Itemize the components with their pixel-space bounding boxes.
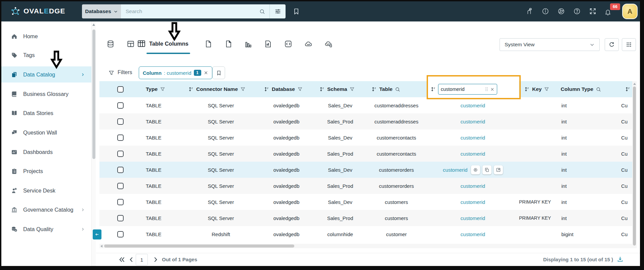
column-link[interactable]: customerid <box>443 162 467 178</box>
current-page-indicator[interactable]: 1 <box>136 254 148 265</box>
header-table[interactable]: Table <box>366 81 427 97</box>
drag-handle-icon[interactable] <box>485 87 488 92</box>
column-link[interactable]: customerid <box>461 210 485 226</box>
user-avatar[interactable]: A <box>622 4 638 19</box>
tab-charts-icon[interactable] <box>244 40 253 48</box>
column-settings-button[interactable] <box>622 38 636 51</box>
sort-icon[interactable] <box>524 86 530 92</box>
copy-button[interactable] <box>482 165 491 174</box>
info-icon[interactable] <box>542 7 549 15</box>
tab-reports-icon[interactable] <box>264 40 272 48</box>
table-row[interactable]: TABLE Redshift ovaledgedb columnhide cus… <box>99 226 632 242</box>
sort-icon[interactable] <box>263 86 269 92</box>
tab-apis-icon[interactable] <box>304 40 313 48</box>
sidebar-scrollbar-thumb[interactable] <box>92 30 95 159</box>
refresh-button[interactable] <box>605 38 619 51</box>
sidebar-item-data-stories[interactable]: Data Stories <box>1 105 92 121</box>
funnel-icon[interactable] <box>240 87 246 92</box>
sidebar-item-data-catalog[interactable]: Data Catalog <box>1 66 92 83</box>
header-connector-name[interactable]: Connector Name <box>183 81 259 97</box>
tab-queries-icon[interactable] <box>284 40 293 48</box>
first-page-button[interactable] <box>118 256 126 263</box>
view-selector-dropdown[interactable]: System View <box>500 38 600 51</box>
sidebar-item-home[interactable]: Home <box>1 28 92 44</box>
search-icon[interactable] <box>259 8 265 15</box>
previous-page-button[interactable] <box>128 256 135 263</box>
table-vertical-scrollbar[interactable] <box>632 81 637 248</box>
tab-table-columns[interactable]: Table Columns <box>137 39 188 48</box>
sidebar-item-projects[interactable]: Projects <box>1 163 92 179</box>
funnel-icon[interactable] <box>544 87 549 92</box>
row-checkbox[interactable] <box>117 118 124 125</box>
next-page-button[interactable] <box>152 256 159 263</box>
sidebar-item-governance-catalog[interactable]: Governance Catalog <box>1 202 92 218</box>
table-row[interactable]: TABLE SQL Server ovaledgedb Sales_Dev cu… <box>99 162 632 178</box>
save-filter-button[interactable] <box>212 66 225 79</box>
sidebar-item-business-glossary[interactable]: Business Glossary <box>1 86 92 102</box>
sidebar-item-data-quality[interactable]: Data Quality <box>1 221 92 237</box>
sidebar-item-dashboards[interactable]: Dashboards <box>1 144 92 160</box>
fullscreen-expand-icon[interactable] <box>589 7 597 15</box>
sidebar-item-service-desk[interactable]: Service Desk <box>1 182 92 199</box>
sidebar-collapse-button[interactable] <box>93 229 101 239</box>
scroll-up-arrow[interactable] <box>92 23 95 26</box>
scroll-left-arrow[interactable] <box>100 245 102 248</box>
sort-icon[interactable] <box>319 86 325 92</box>
column-link[interactable]: customerid <box>461 226 485 242</box>
row-checkbox[interactable] <box>117 183 124 189</box>
search-scope-dropdown[interactable]: Databases <box>82 4 121 18</box>
table-row[interactable]: TABLE SQL Server ovaledgedb Sales_Prod c… <box>99 146 632 162</box>
header-column-type[interactable]: Column Type <box>556 81 620 97</box>
vertical-scrollbar-thumb[interactable] <box>633 87 636 246</box>
column-link[interactable]: customerid <box>461 129 485 146</box>
search-input[interactable] <box>121 8 259 14</box>
row-checkbox[interactable] <box>117 151 124 157</box>
remove-filter-icon[interactable] <box>204 70 208 75</box>
row-checkbox[interactable] <box>117 215 124 221</box>
table-row[interactable]: TABLE SQL Server ovaledgedb Sales_Prod c… <box>99 113 632 129</box>
column-link[interactable]: customerid <box>461 194 485 210</box>
header-type[interactable]: Type <box>141 81 183 97</box>
funnel-icon[interactable] <box>349 87 355 92</box>
column-link[interactable]: customerid <box>461 146 485 162</box>
notification-count-badge[interactable]: 66 <box>610 3 620 10</box>
tab-databases-icon[interactable] <box>106 40 115 48</box>
browser-extension-icon[interactable] <box>557 7 565 15</box>
open-button[interactable] <box>494 165 503 174</box>
search-icon[interactable] <box>395 87 400 92</box>
table-row[interactable]: TABLE SQL Server ovaledgedb Sales_Prod c… <box>99 210 632 226</box>
header-schema[interactable]: Schema <box>314 81 366 97</box>
approval-icon[interactable] <box>525 7 533 15</box>
row-checkbox[interactable] <box>117 167 124 173</box>
sidebar-item-question-wall[interactable]: Question Wall <box>1 124 92 141</box>
row-checkbox[interactable] <box>117 199 124 205</box>
column-search-input[interactable] <box>441 87 483 92</box>
header-key[interactable]: Key <box>519 81 556 97</box>
header-database[interactable]: Database <box>259 81 314 97</box>
scroll-up-arrow[interactable] <box>633 83 636 85</box>
horizontal-scrollbar-thumb[interactable] <box>104 245 294 248</box>
sort-icon[interactable] <box>625 86 631 92</box>
preview-button[interactable] <box>471 165 480 174</box>
search-icon[interactable] <box>596 87 601 92</box>
header-clipped[interactable] <box>620 81 632 97</box>
tab-tables-icon[interactable] <box>126 40 135 48</box>
advanced-search-button[interactable] <box>269 4 286 18</box>
row-checkbox[interactable] <box>117 231 124 237</box>
download-icon[interactable] <box>616 256 624 263</box>
sort-icon[interactable] <box>430 86 436 92</box>
tab-api-attributes-icon[interactable] <box>324 40 333 48</box>
column-link[interactable]: customerid <box>461 113 485 129</box>
help-icon[interactable] <box>573 7 581 15</box>
row-checkbox[interactable] <box>117 102 124 109</box>
select-all-checkbox[interactable] <box>117 86 124 93</box>
funnel-icon[interactable] <box>297 87 303 92</box>
table-row[interactable]: TABLE SQL Server ovaledgedb Sales_Dev cu… <box>99 194 632 210</box>
column-link[interactable]: customerid <box>461 178 485 194</box>
sidebar-item-tags[interactable]: Tags <box>1 47 92 63</box>
saved-searches-bookmark-icon[interactable] <box>292 7 300 15</box>
tab-file-columns-icon[interactable] <box>224 40 233 48</box>
funnel-icon[interactable] <box>160 87 165 92</box>
sort-icon[interactable] <box>371 86 377 92</box>
clear-search-icon[interactable] <box>490 87 495 92</box>
